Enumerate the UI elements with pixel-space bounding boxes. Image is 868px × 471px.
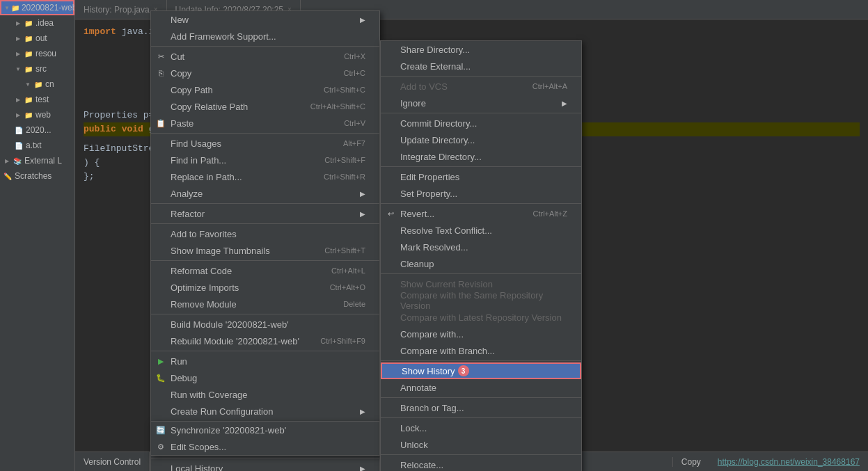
menu-item-run-coverage[interactable]: Run with Coverage	[151, 386, 379, 403]
tree-item-test[interactable]: ▶ 📁 test	[0, 92, 74, 107]
svn-integrate-dir[interactable]: Integrate Directory...	[381, 148, 581, 165]
menu-item-edit-scopes[interactable]: ⚙ Edit Scopes...	[151, 438, 379, 455]
gear-icon: ⚙	[155, 441, 166, 452]
svn-branch-tag[interactable]: Branch or Tag...	[381, 399, 581, 416]
folder-icon-cn: 📁	[33, 79, 43, 89]
svn-compare-branch[interactable]: Compare with Branch...	[381, 342, 581, 359]
label-revert: Revert...	[400, 209, 434, 219]
menu-item-reformat[interactable]: Reformat Code Ctrl+Alt+L	[151, 262, 379, 279]
arrow-local-history: ▶	[360, 465, 365, 472]
menu-item-copy-path[interactable]: Copy Path Ctrl+Shift+C	[151, 81, 379, 98]
col-copy[interactable]: Copy	[672, 457, 709, 467]
separator-9	[151, 458, 379, 458]
tree-arrow-src: ▼	[14, 65, 22, 73]
menu-item-paste[interactable]: 📋 Paste Ctrl+V	[151, 115, 379, 131]
tree-item-idea[interactable]: ▶ 📁 .idea	[0, 15, 74, 31]
svn-relocate[interactable]: Relocate...	[381, 456, 581, 471]
copy-icon: ⎘	[155, 67, 166, 79]
label-unlock: Unlock	[400, 440, 428, 450]
status-link[interactable]: https://blog.csdn.net/weixin_38468167	[709, 457, 868, 467]
label-compare-same: Compare with the Same Repository Version	[400, 290, 567, 311]
menu-item-rebuild-module[interactable]: Rebuild Module '20200821-web' Ctrl+Shift…	[151, 333, 379, 349]
menu-item-local-history[interactable]: Local History ▶	[151, 460, 379, 471]
svn-mark-resolved[interactable]: Mark Resolved...	[381, 239, 581, 255]
label-branch-tag: Branch or Tag...	[400, 403, 464, 413]
tree-label-src: src	[35, 64, 47, 74]
status-tab-vc[interactable]: Version Control	[75, 452, 150, 471]
menu-label-run-coverage: Run with Coverage	[171, 390, 248, 400]
tree-arrow-idea: ▶	[14, 19, 22, 27]
menu-item-remove-module[interactable]: Remove Module Delete	[151, 296, 379, 312]
svn-cleanup[interactable]: Cleanup	[381, 255, 581, 272]
label-show-history: Show History	[402, 366, 455, 376]
shortcut-copy: Ctrl+C	[344, 69, 365, 77]
svn-unlock[interactable]: Unlock	[381, 436, 581, 453]
svn-compare-with[interactable]: Compare with...	[381, 326, 581, 342]
menu-label-create-run-config: Create Run Configuration	[171, 406, 273, 417]
shortcut-optimize: Ctrl+Alt+O	[330, 283, 365, 292]
menu-item-copy[interactable]: ⎘ Copy Ctrl+C	[151, 65, 379, 81]
debug-icon: 🐛	[155, 372, 166, 383]
tree-item-resou[interactable]: ▶ 📁 resou	[0, 46, 74, 61]
tree-label-project: 20200821-web	[22, 3, 75, 13]
menu-label-find-path: Find in Path...	[171, 155, 226, 166]
menu-item-copy-rel-path[interactable]: Copy Relative Path Ctrl+Alt+Shift+C	[151, 98, 379, 115]
project-sidebar: ▼ 📁 20200821-web 1 ▶ 📁 .idea ▶ 📁 out ▶ 📁…	[0, 0, 75, 471]
svn-sep-7	[381, 397, 581, 398]
menu-item-thumbnails[interactable]: Show Image Thumbnails Ctrl+Shift+T	[151, 242, 379, 259]
svn-update-dir[interactable]: Update Directory...	[381, 131, 581, 148]
tree-arrow: ▼	[4, 3, 10, 12]
menu-item-add-framework[interactable]: Add Framework Support...	[151, 28, 379, 45]
tree-item-out[interactable]: ▶ 📁 out	[0, 31, 74, 46]
menu-item-create-run-config[interactable]: Create Run Configuration ▶	[151, 403, 379, 420]
svn-ignore[interactable]: Ignore ▶	[381, 95, 581, 111]
run-icon: ▶	[155, 356, 166, 367]
label-compare-branch: Compare with Branch...	[400, 346, 495, 356]
svn-share-dir[interactable]: Share Directory...	[381, 41, 581, 58]
menu-item-find-usages[interactable]: Find Usages Alt+F7	[151, 135, 379, 152]
tree-item-2020[interactable]: 📄 2020...	[0, 122, 74, 138]
svn-add-vcs: Add to VCS Ctrl+Alt+A	[381, 78, 581, 95]
menu-item-new[interactable]: New ▶	[151, 11, 379, 28]
menu-item-find-path[interactable]: Find in Path... Ctrl+Shift+F	[151, 152, 379, 168]
tree-item-web[interactable]: ▶ 📁 web	[0, 107, 74, 122]
menu-label-add-framework: Add Framework Support...	[171, 31, 276, 42]
label-compare-with: Compare with...	[400, 329, 464, 340]
tab-label-history: History: Prop.java	[84, 5, 150, 15]
shortcut-rebuild: Ctrl+Shift+F9	[320, 337, 365, 345]
menu-label-optimize: Optimize Imports	[171, 282, 239, 293]
tree-label-idea: .idea	[35, 18, 54, 28]
submenu-svn: Share Directory... Create External... Ad…	[380, 40, 582, 471]
menu-item-run[interactable]: ▶ Run	[151, 353, 379, 369]
menu-item-synchronize[interactable]: 🔄 Synchronize '20200821-web'	[151, 422, 379, 438]
svn-set-prop[interactable]: Set Property...	[381, 185, 581, 202]
menu-item-refactor[interactable]: Refactor ▶	[151, 205, 379, 222]
revert-arrow-icon: ↩	[385, 208, 396, 219]
tree-item-project-root[interactable]: ▼ 📁 20200821-web 1	[0, 0, 74, 15]
svn-annotate[interactable]: Annotate	[381, 379, 581, 396]
menu-item-build-module[interactable]: Build Module '20200821-web'	[151, 316, 379, 333]
menu-item-optimize[interactable]: Optimize Imports Ctrl+Alt+O	[151, 279, 379, 296]
svn-create-external[interactable]: Create External...	[381, 58, 581, 74]
svn-lock[interactable]: Lock...	[381, 420, 581, 436]
label-compare-latest: Compare with Latest Repository Version	[400, 312, 562, 323]
tree-item-atxt[interactable]: 📄 a.txt	[0, 138, 74, 153]
svn-edit-props[interactable]: Edit Properties	[381, 168, 581, 185]
menu-item-add-favorites[interactable]: Add to Favorites	[151, 225, 379, 242]
svn-revert[interactable]: ↩ Revert... Ctrl+Alt+Z	[381, 205, 581, 222]
svn-resolve-conflict[interactable]: Resolve Text Conflict...	[381, 222, 581, 239]
tree-item-cn[interactable]: ▼ 📁 cn	[0, 77, 74, 92]
tree-label-resou: resou	[35, 49, 56, 58]
tree-item-scratches[interactable]: ✏️ Scratches	[0, 168, 74, 184]
tree-item-src[interactable]: ▼ 📁 src	[0, 61, 74, 77]
menu-item-replace-path[interactable]: Replace in Path... Ctrl+Shift+R	[151, 168, 379, 185]
svn-commit-dir[interactable]: Commit Directory...	[381, 115, 581, 131]
menu-item-analyze[interactable]: Analyze ▶	[151, 185, 379, 202]
svn-show-history[interactable]: Show History 3	[381, 362, 581, 379]
folder-icon: 📁	[11, 3, 19, 13]
menu-item-cut[interactable]: ✂ Cut Ctrl+X	[151, 48, 379, 65]
separator-3	[151, 203, 379, 204]
menu-item-debug[interactable]: 🐛 Debug	[151, 369, 379, 386]
tree-item-external[interactable]: ▶ 📚 External L	[0, 153, 74, 168]
vc-label: Version Control	[84, 457, 141, 467]
